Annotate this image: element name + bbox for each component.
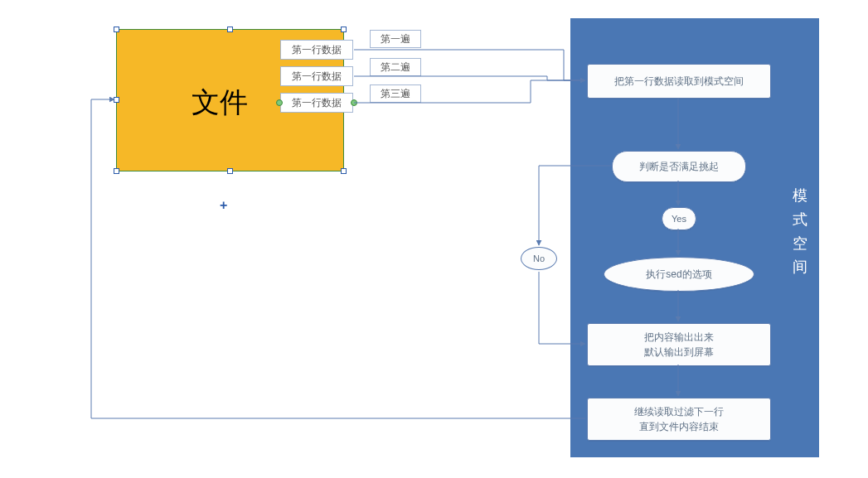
- connection-dot[interactable]: [351, 99, 357, 106]
- row-data-1[interactable]: 第一行数据: [280, 40, 353, 60]
- connection-dot[interactable]: [276, 99, 283, 106]
- pattern-space-panel: 模式空间 把第一行数据读取到模式空间 判断是否满足挑起 Yes 执行sed的选项…: [570, 18, 819, 457]
- resize-handle[interactable]: [114, 168, 119, 174]
- resize-handle[interactable]: [114, 27, 119, 32]
- node-no[interactable]: No: [521, 247, 557, 270]
- resize-handle[interactable]: [227, 27, 233, 32]
- diagram-canvas: 文件 + 第一行数据 第一行数据 第一行数据 第一遍 第二遍 第三遍 模式空间 …: [0, 0, 868, 478]
- add-cursor-icon: +: [220, 199, 227, 212]
- pass-3[interactable]: 第三遍: [370, 84, 421, 103]
- resize-handle[interactable]: [114, 97, 119, 103]
- resize-handle[interactable]: [341, 27, 347, 32]
- node-exec[interactable]: 执行sed的选项: [604, 257, 754, 292]
- node-next[interactable]: 继续读取过滤下一行 直到文件内容结束: [587, 398, 771, 441]
- node-test[interactable]: 判断是否满足挑起: [612, 151, 746, 182]
- row-data-2[interactable]: 第一行数据: [280, 66, 353, 86]
- node-read[interactable]: 把第一行数据读取到模式空间: [587, 64, 771, 99]
- panel-title: 模式空间: [793, 184, 809, 279]
- resize-handle[interactable]: [341, 168, 347, 174]
- node-yes[interactable]: Yes: [662, 207, 696, 230]
- pass-1[interactable]: 第一遍: [370, 30, 421, 48]
- row-data-3[interactable]: 第一行数据: [280, 93, 353, 113]
- resize-handle[interactable]: [227, 168, 233, 174]
- file-label: 文件: [192, 84, 248, 122]
- pass-2[interactable]: 第二遍: [370, 58, 421, 76]
- node-output[interactable]: 把内容输出出来 默认输出到屏幕: [587, 323, 771, 366]
